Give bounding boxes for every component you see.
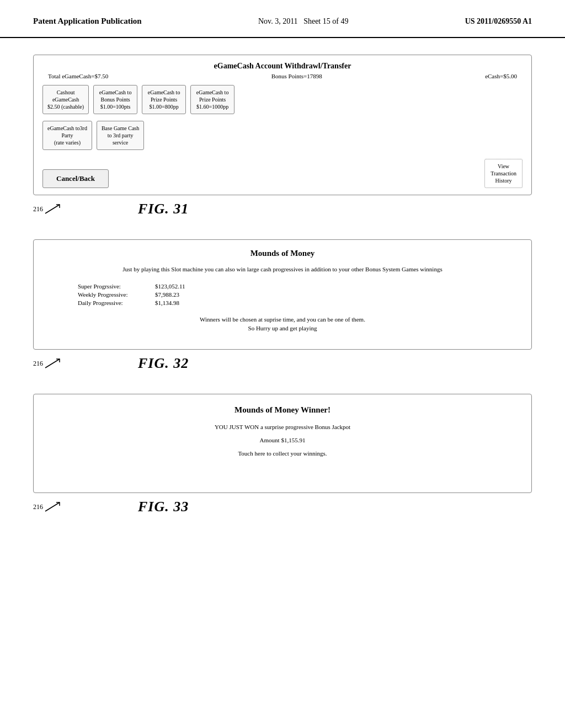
fig31-screen: eGameCash Account Withdrawl/Transfer Tot… <box>33 55 532 195</box>
figure-31-block: eGameCash Account Withdrawl/Transfer Tot… <box>33 55 532 217</box>
header-publication: Patent Application Publication <box>33 17 142 26</box>
fig31-subtitle: Total eGameCash=$7.50 Bonus Points=17898… <box>42 73 523 79</box>
fig33-subtitle: YOU JUST WON a surprise progressive Bonu… <box>45 424 520 430</box>
fig32-super-progressive: Super Progrssive: $123,052.11 <box>78 283 520 290</box>
svg-line-0 <box>45 205 60 213</box>
view-transaction-history-button[interactable]: View Transaction History <box>484 159 523 188</box>
header-patent-number: US 2011/0269550 A1 <box>465 17 532 26</box>
fig32-daily-progressive: Daily Progressive: $1,134.98 <box>78 299 520 306</box>
fig33-label-row: 216 FIG. 33 <box>33 499 532 515</box>
daily-progressive-value: $1,134.98 <box>155 299 179 306</box>
daily-progressive-label: Daily Progressive: <box>78 299 155 306</box>
weekly-progressive-label: Weekly Progressive: <box>78 291 155 298</box>
super-progressive-label: Super Progrssive: <box>78 283 155 290</box>
fig32-weekly-progressive: Weekly Progressive: $7,988.23 <box>78 291 520 298</box>
fig33-reference-number: 216 <box>33 503 43 511</box>
fig33-arrow-icon <box>44 501 61 512</box>
egamecash-prize800-button[interactable]: eGameCash to Prize Points $1.00=800pp <box>142 85 186 114</box>
fig31-label-row: 216 FIG. 31 <box>33 201 532 217</box>
fig31-reference-number: 216 <box>33 205 43 213</box>
fig31-bottom-row: Cancel/Back View Transaction History <box>42 159 523 188</box>
page-header: Patent Application Publication Nov. 3, 2… <box>0 0 565 38</box>
fig31-total-egamecash: Total eGameCash=$7.50 <box>48 73 108 79</box>
cancel-back-button[interactable]: Cancel/Back <box>42 169 109 188</box>
page-content: eGameCash Account Withdrawl/Transfer Tot… <box>0 55 565 515</box>
svg-line-1 <box>45 359 60 368</box>
figure-32-block: Mounds of Money Just by playing this Slo… <box>33 239 532 372</box>
fig33-title-label: FIG. 33 <box>138 499 189 515</box>
fig31-title: eGameCash Account Withdrawl/Transfer <box>42 62 523 71</box>
fig33-touch-text[interactable]: Touch here to collect your winnings. <box>45 450 520 457</box>
weekly-progressive-value: $7,988.23 <box>155 291 179 298</box>
fig31-arrow-icon <box>44 204 61 215</box>
egamecash-bonus-button[interactable]: eGameCash to Bonus Points $1.00=100pts <box>93 85 137 114</box>
base-game-cash-button[interactable]: Base Game Cash to 3rd party service <box>97 121 144 150</box>
svg-line-2 <box>45 502 60 511</box>
super-progressive-value: $123,052.11 <box>155 283 185 290</box>
fig32-arrow-icon <box>44 358 61 369</box>
fig31-ecash: eCash=$5.00 <box>485 73 517 79</box>
fig33-arrow-label: 216 <box>33 501 61 512</box>
fig32-title-label: FIG. 32 <box>138 355 189 372</box>
figure-33-block: Mounds of Money Winner! YOU JUST WON a s… <box>33 394 532 515</box>
fig32-screen: Mounds of Money Just by playing this Slo… <box>33 239 532 350</box>
fig31-bonus-points: Bonus Points=17898 <box>271 73 322 79</box>
egamecash-prize1000-button[interactable]: eGameCash to Prize Points $1.60=1000pp <box>190 85 234 114</box>
fig32-reference-number: 216 <box>33 360 43 368</box>
fig31-buttons-row2: eGameCash to3rd Party (rate varies) Base… <box>42 121 523 150</box>
fig33-amount: Amount $1,155.91 <box>45 437 520 443</box>
header-date: Nov. 3, 2011 <box>258 17 298 25</box>
fig31-arrow-label: 216 <box>33 204 61 215</box>
fig33-screen: Mounds of Money Winner! YOU JUST WON a s… <box>33 394 532 493</box>
fig32-arrow-label: 216 <box>33 358 61 369</box>
fig31-title-label: FIG. 31 <box>138 201 189 217</box>
header-center: Nov. 3, 2011 Sheet 15 of 49 <box>258 17 348 26</box>
fig32-title: Mounds of Money <box>45 249 520 258</box>
fig32-label-row: 216 FIG. 32 <box>33 355 532 372</box>
fig32-progressives: Super Progrssive: $123,052.11 Weekly Pro… <box>78 283 520 306</box>
egamecash-3rdparty-button[interactable]: eGameCash to3rd Party (rate varies) <box>42 121 92 150</box>
fig32-footer: Winners will be chosen at suprise time, … <box>45 315 520 333</box>
fig32-description: Just by playing this Slot machine you ca… <box>45 265 520 274</box>
fig31-buttons-row1: Cashout eGameCash $2.50 (cashable) eGame… <box>42 85 523 114</box>
fig33-title: Mounds of Money Winner! <box>45 405 520 415</box>
cashout-button[interactable]: Cashout eGameCash $2.50 (cashable) <box>42 85 89 114</box>
header-sheet: Sheet 15 of 49 <box>303 17 348 25</box>
